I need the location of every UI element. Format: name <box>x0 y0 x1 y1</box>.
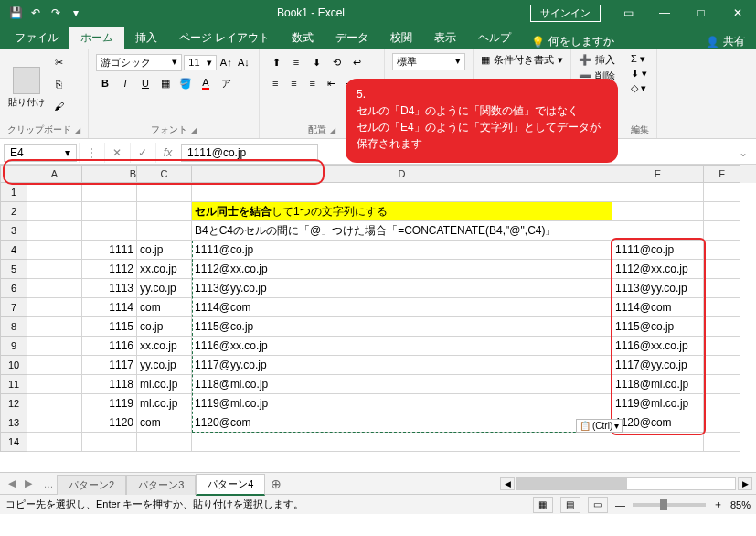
shrink-font-icon[interactable]: A↓ <box>236 53 251 71</box>
align-top-icon[interactable]: ⬆ <box>267 53 285 71</box>
scroll-track[interactable] <box>516 477 736 490</box>
ribbon-options-icon[interactable]: ▭ <box>610 0 646 26</box>
col-header-a[interactable]: A <box>27 165 82 183</box>
phonetic-button[interactable]: ア <box>217 74 235 92</box>
row-header[interactable]: 11 <box>0 375 27 394</box>
sheet-tab-pattern2[interactable]: パターン2 <box>57 475 126 495</box>
cells-insert-button[interactable]: ➕挿入 <box>579 53 615 67</box>
tab-review[interactable]: 校閲 <box>379 27 423 49</box>
sheet-nav-prev-icon[interactable]: ◀ <box>4 477 20 489</box>
cell-e8[interactable]: 1115@co.jp <box>612 317 704 337</box>
align-left-icon[interactable]: ≡ <box>267 74 283 92</box>
cell-e13[interactable]: 1120@com <box>612 413 704 433</box>
format-painter-icon[interactable]: 🖌 <box>49 97 68 115</box>
row-header[interactable]: 6 <box>0 279 27 298</box>
font-color-button[interactable]: A <box>197 74 215 92</box>
cell-e11[interactable]: 1118@ml.co.jp <box>612 375 704 394</box>
scroll-left-icon[interactable]: ◀ <box>500 477 515 490</box>
fill-button[interactable]: ⬇ ▾ <box>631 68 649 80</box>
align-launcher-icon[interactable]: ◢ <box>330 126 335 134</box>
formula-input[interactable]: 1111@co.jp <box>181 144 318 162</box>
number-format-select[interactable]: 標準▾ <box>392 53 465 70</box>
clipboard-launcher-icon[interactable]: ◢ <box>75 126 80 134</box>
tab-help[interactable]: ヘルプ <box>467 27 522 49</box>
font-size-select[interactable]: 11▾ <box>184 55 216 70</box>
scroll-right-icon[interactable]: ▶ <box>738 477 752 490</box>
cell-e10[interactable]: 1117@yy.co.jp <box>612 356 704 375</box>
cell-c9[interactable]: xx.co.jp <box>137 337 192 356</box>
clear-button[interactable]: ◇ ▾ <box>631 82 649 94</box>
cell-e4[interactable]: 1111@co.jp <box>612 241 704 260</box>
cell-d11[interactable]: 1118@ml.co.jp <box>192 375 612 394</box>
col-header-d[interactable]: D <box>192 165 612 183</box>
cell-c10[interactable]: yy.co.jp <box>137 356 192 375</box>
paste-options-button[interactable]: 📋(Ctrl)▾ <box>576 419 623 433</box>
row-header[interactable]: 1 <box>0 183 27 202</box>
tab-formulas[interactable]: 数式 <box>281 27 325 49</box>
cell-b9[interactable]: 1116 <box>82 337 137 356</box>
row-header[interactable]: 5 <box>0 260 27 279</box>
zoom-in-icon[interactable]: ＋ <box>713 498 723 511</box>
enter-icon[interactable]: ✓ <box>130 143 154 163</box>
sheet-nav-next-icon[interactable]: ▶ <box>20 477 37 489</box>
cell-c11[interactable]: ml.co.jp <box>137 375 192 394</box>
name-box[interactable]: E4▾ <box>4 144 77 162</box>
cell-d10[interactable]: 1117@yy.co.jp <box>192 356 612 375</box>
cell-b8[interactable]: 1115 <box>82 317 137 337</box>
row-header[interactable]: 12 <box>0 394 27 413</box>
fill-color-button[interactable]: 🪣 <box>176 74 195 92</box>
col-header-b[interactable]: B <box>82 165 137 183</box>
underline-button[interactable]: U <box>136 74 154 92</box>
align-bottom-icon[interactable]: ⬇ <box>307 53 325 71</box>
select-all-corner[interactable] <box>0 165 27 183</box>
copy-icon[interactable]: ⎘ <box>49 75 68 93</box>
conditional-format-button[interactable]: ▦条件付き書式▾ <box>481 53 563 67</box>
row-header[interactable]: 3 <box>0 221 27 241</box>
tell-me[interactable]: 💡何をしますか <box>522 34 623 49</box>
row-header[interactable]: 7 <box>0 298 27 317</box>
tab-file[interactable]: ファイル <box>4 27 69 49</box>
close-button[interactable]: ✕ <box>719 0 756 26</box>
tab-layout[interactable]: ページ レイアウト <box>168 27 281 49</box>
font-launcher-icon[interactable]: ◢ <box>191 126 197 134</box>
cell-d12[interactable]: 1119@ml.co.jp <box>192 394 612 413</box>
cell-d8[interactable]: 1115@co.jp <box>192 317 612 337</box>
cell-b11[interactable]: 1118 <box>82 375 137 394</box>
cell-e6[interactable]: 1113@yy.co.jp <box>612 279 704 298</box>
cell-e5[interactable]: 1112@xx.co.jp <box>612 260 704 279</box>
align-right-icon[interactable]: ≡ <box>304 74 321 92</box>
tab-data[interactable]: データ <box>325 27 379 49</box>
formula-expand-icon[interactable]: ⌄ <box>734 146 752 159</box>
zoom-slider[interactable] <box>633 503 706 507</box>
cell-c6[interactable]: yy.co.jp <box>137 279 192 298</box>
share-button[interactable]: 👤共有 <box>695 34 756 49</box>
cell-e7[interactable]: 1114@com <box>612 298 704 317</box>
qat-customize-icon[interactable]: ▾ <box>68 5 84 21</box>
cut-icon[interactable]: ✂ <box>49 53 68 71</box>
cell-c5[interactable]: xx.co.jp <box>137 260 192 279</box>
border-button[interactable]: ▦ <box>156 74 175 92</box>
cell-b12[interactable]: 1119 <box>82 394 137 413</box>
cell-d13[interactable]: 1120@com <box>192 413 612 433</box>
italic-button[interactable]: I <box>116 74 134 92</box>
tab-home[interactable]: ホーム <box>69 27 124 49</box>
row-header[interactable]: 9 <box>0 337 27 356</box>
indent-dec-icon[interactable]: ⇤ <box>323 74 339 92</box>
cell-b4[interactable]: 1111 <box>82 241 137 260</box>
cell-d4[interactable]: 1111@co.jp <box>192 241 612 260</box>
col-header-f[interactable]: F <box>704 165 740 183</box>
row-header[interactable]: 10 <box>0 356 27 375</box>
page-layout-view-icon[interactable]: ▤ <box>560 497 580 513</box>
font-name-select[interactable]: 游ゴシック▾ <box>96 54 182 71</box>
cancel-icon[interactable]: ✕ <box>104 143 128 163</box>
scroll-thumb[interactable] <box>517 478 627 489</box>
tab-view[interactable]: 表示 <box>423 27 467 49</box>
cell-b13[interactable]: 1120 <box>82 413 137 433</box>
cell-c4[interactable]: co.jp <box>137 241 192 260</box>
row-header[interactable]: 2 <box>0 202 27 221</box>
row-header[interactable]: 8 <box>0 317 27 337</box>
cell-d5[interactable]: 1112@xx.co.jp <box>192 260 612 279</box>
zoom-level[interactable]: 85% <box>730 499 751 510</box>
cell-d9[interactable]: 1116@xx.co.jp <box>192 337 612 356</box>
cell-d6[interactable]: 1113@yy.co.jp <box>192 279 612 298</box>
